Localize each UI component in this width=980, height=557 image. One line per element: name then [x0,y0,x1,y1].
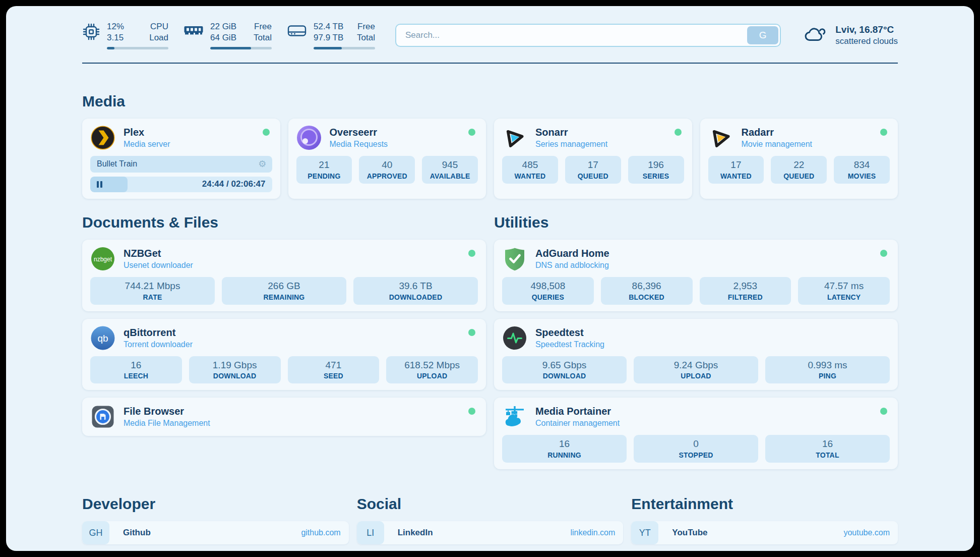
card-portainer[interactable]: Media Portainer Container management 16 … [494,398,898,469]
qbittorrent-icon: qb [90,325,115,351]
section-documents: Documents & Files nzbget NZBGet Usenet d… [82,214,486,469]
stat-value: 0.993 ms [767,359,888,371]
memory-icon [183,23,204,40]
stat-box: 945 AVAILABLE [422,156,478,184]
disk-free-label: Free [357,21,375,32]
service-title: Plex [124,127,170,138]
stat-box: 17 QUEUED [565,156,621,184]
bookmark-github[interactable]: GH Github github.com [82,521,349,544]
stat-box: 471 SEED [288,356,380,384]
stat-label: FILTERED [702,293,789,301]
memory-free-label: Free [254,21,272,32]
card-nzbget[interactable]: nzbget NZBGet Usenet downloader 744.21 M… [82,240,486,311]
stat-box: 498,508 QUERIES [502,277,594,305]
stat-label: REMAINING [224,293,344,301]
search-provider-button[interactable]: G [747,26,778,44]
stat-value: 16 [504,438,625,450]
stat-value: 17 [567,159,619,171]
stat-value: 485 [504,159,556,171]
service-subtitle: Container management [535,419,620,428]
adguard-icon [502,246,527,271]
disk-progress-track [314,47,375,49]
cpu-usage-label: CPU [149,21,168,32]
service-title: Speedtest [535,327,604,339]
card-plex[interactable]: Plex Media server Bullet Train ⚙ 24:44 /… [82,119,280,199]
memory-progress-track [210,47,272,49]
disk-total-label: Total [357,32,375,43]
stat-label: WANTED [504,172,556,180]
service-title: File Browser [124,406,210,417]
stat-value: 21 [298,159,350,171]
bookmark-abbr: GH [82,521,109,544]
stat-box: 40 APPROVED [359,156,415,184]
service-subtitle: Media File Management [124,419,210,428]
search-box: G [395,24,781,47]
card-qbittorrent[interactable]: qb qBittorrent Torrent downloader 16 LEE… [82,319,486,391]
search-input[interactable] [395,24,781,47]
plex-icon [90,125,115,150]
stat-label: STOPPED [636,451,756,459]
bookmark-abbr: YT [631,521,658,544]
radarr-icon [708,125,733,150]
nzbget-icon: nzbget [90,246,115,271]
pause-icon[interactable] [97,181,102,188]
card-sonarr[interactable]: Sonarr Series management 485 WANTED 17 Q… [494,119,692,199]
gear-icon[interactable]: ⚙ [258,159,266,169]
card-overseerr[interactable]: Overseerr Media Requests 21 PENDING 40 A… [288,119,486,199]
stat-box: 0 STOPPED [634,435,758,463]
stat-label: DOWNLOAD [191,372,279,380]
stat-label: QUEUED [567,172,619,180]
stat-label: LEECH [92,372,180,380]
disk-free-value: 52.4 TB [314,21,343,32]
bookmark-name: Github [123,528,151,538]
stat-value: 618.52 Mbps [388,359,476,371]
section-entertainment: Entertainment YT YouTube youtube.com NF … [631,495,898,551]
stat-label: SERIES [630,172,682,180]
stat-value: 16 [92,359,180,371]
disk-total-value: 97.9 TB [314,32,343,43]
memory-progress-fill [210,47,251,49]
service-subtitle: Series management [535,140,607,149]
card-speedtest[interactable]: Speedtest Speedtest Tracking 9.65 Gbps D… [494,319,898,391]
memory-widget: 22 GiB 64 GiB Free Total [183,21,272,49]
service-title: Overseerr [330,127,388,138]
svg-text:qb: qb [97,332,108,343]
card-filebrowser[interactable]: File Browser Media File Management [82,398,486,436]
stat-label: UPLOAD [636,372,756,380]
playback-progress-bar[interactable]: 24:44 / 02:06:47 [90,177,272,192]
stat-label: DOWNLOADED [355,293,476,301]
disk-widget: 52.4 TB 97.9 TB Free Total [287,21,375,49]
disk-progress-fill [314,47,342,49]
cpu-progress-fill [107,47,114,49]
stat-label: UPLOAD [388,372,476,380]
service-subtitle: Movie management [742,140,813,149]
top-bar: 12% 3.15 CPU Load [82,21,898,49]
service-title: Media Portainer [535,406,620,417]
filebrowser-icon [90,404,115,429]
bookmark-youtube[interactable]: YT YouTube youtube.com [631,521,898,544]
stat-value: 1.19 Gbps [191,359,279,371]
card-radarr[interactable]: Radarr Movie management 17 WANTED 22 QUE… [700,119,898,199]
stat-box: 47.57 ms LATENCY [798,277,890,305]
stat-value: 40 [361,159,413,171]
stat-box: 21 PENDING [296,156,352,184]
utilities-heading: Utilities [494,214,898,231]
bookmark-abbr: LI [357,521,384,544]
bookmark-linkedin[interactable]: LI LinkedIn linkedin.com [357,521,624,544]
now-playing-bar: Bullet Train ⚙ [90,156,272,173]
stat-value: 9.24 Gbps [636,359,756,371]
bookmark-name: LinkedIn [398,528,433,538]
card-adguard[interactable]: AdGuard Home DNS and adblocking 498,508 … [494,240,898,311]
cpu-load-value: 3.15 [107,32,124,43]
cloud-icon [804,25,828,45]
stat-label: PENDING [298,172,350,180]
stat-value: 834 [836,159,888,171]
bookmark-url[interactable]: youtube.com [843,528,890,537]
service-subtitle: Speedtest Tracking [535,340,604,349]
stat-value: 2,953 [702,280,789,292]
media-heading: Media [82,93,898,110]
bookmark-url[interactable]: linkedin.com [570,528,615,537]
weather-widget[interactable]: Lviv, 16.87°C scattered clouds [804,24,898,46]
stat-box: 16 TOTAL [765,435,890,463]
bookmark-url[interactable]: github.com [301,528,340,537]
